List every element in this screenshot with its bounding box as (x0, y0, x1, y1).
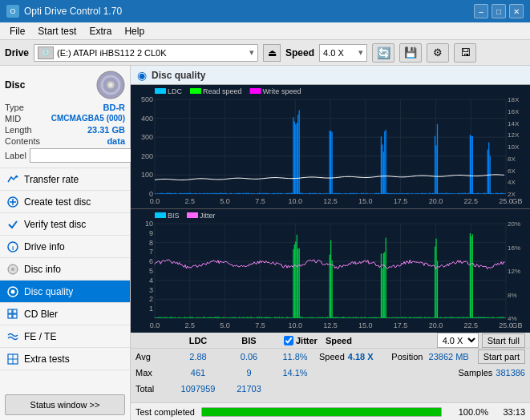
speed-dropdown[interactable]: 4.0 X2.0 X6.0 X (437, 333, 479, 348)
menu-bar: File Start test Extra Help (0, 22, 530, 40)
type-value: BD-R (103, 103, 126, 112)
sidebar-item-disc-quality[interactable]: Disc quality (0, 281, 130, 303)
jitter-header: Jitter (296, 336, 318, 345)
svg-point-2 (109, 83, 112, 87)
drive-bar: Drive 💿 (E:) ATAPI iHBS112 2 CL0K ▾ ⏏ Sp… (0, 40, 530, 66)
app-title: Opti Drive Control 1.70 (24, 6, 122, 17)
sidebar-item-transfer-rate[interactable]: Transfer rate (0, 168, 130, 191)
svg-rect-15 (13, 309, 17, 313)
contents-value: data (107, 136, 125, 146)
speed-value: 4.0 X (323, 48, 344, 58)
nav-list: Transfer rate Create test disc Verify te… (0, 168, 130, 390)
sidebar-item-disc-info[interactable]: Disc info (0, 258, 130, 281)
samples-label: Samples (458, 368, 492, 378)
sidebar-item-label: Create test disc (24, 196, 91, 208)
avg-speed: 4.18 X (348, 352, 374, 361)
disc-quality-header-icon: ◉ (137, 69, 147, 82)
type-label: Type (5, 103, 24, 112)
avg-row: Avg 2.88 0.06 11.8% Speed 4.18 X Positio… (131, 349, 530, 365)
main-area: Disc Type BD-R MID CMCMAGBA5 (000) Lengt… (0, 66, 530, 420)
close-button[interactable]: ✕ (509, 4, 524, 18)
status-text: Test completed (136, 407, 195, 417)
samples-area: Samples 381386 (458, 368, 525, 378)
minimize-button[interactable]: – (474, 4, 488, 18)
total-bis: 21703 (227, 384, 271, 394)
jitter-checkbox[interactable] (284, 336, 293, 345)
avg-jitter: 11.8% (271, 352, 319, 361)
jitter-check-group: Jitter (284, 336, 318, 345)
extra-tests-icon (6, 353, 19, 365)
start-full-button[interactable]: Start full (482, 333, 525, 348)
sidebar-item-extra-tests[interactable]: Extra tests (0, 348, 130, 370)
sidebar-item-label: Disc info (24, 264, 61, 275)
drive-label: Drive (5, 47, 29, 59)
sidebar: Disc Type BD-R MID CMCMAGBA5 (000) Lengt… (0, 66, 131, 420)
progress-fill (202, 408, 441, 416)
sidebar-item-create-test-disc[interactable]: Create test disc (0, 191, 130, 213)
disc-info-icon (6, 263, 19, 276)
sidebar-item-label: Disc quality (24, 286, 73, 297)
bottom-chart-canvas (131, 209, 530, 333)
top-chart-canvas (131, 85, 530, 208)
menu-starttest[interactable]: Start test (31, 24, 83, 38)
speed-label: Speed (285, 47, 314, 59)
svg-rect-17 (13, 314, 17, 318)
speed-dropdown-arrow: ▾ (358, 47, 363, 58)
max-jitter: 14.1% (271, 368, 319, 378)
sidebar-item-drive-info[interactable]: i Drive info (0, 236, 130, 258)
drive-info-icon: i (6, 240, 19, 253)
samples-value: 381386 (496, 368, 525, 378)
status-window-button[interactable]: Status window >> (5, 394, 125, 415)
speed-stats-header: Speed (326, 336, 352, 345)
speed-label-stat: Speed (319, 352, 345, 361)
sidebar-item-label: Verify test disc (24, 219, 86, 230)
sidebar-item-label: Extra tests (24, 353, 70, 365)
avg-bis: 0.06 (227, 352, 271, 361)
label-input[interactable] (30, 148, 138, 163)
svg-text:i: i (12, 244, 14, 252)
sidebar-item-verify-test-disc[interactable]: Verify test disc (0, 213, 130, 236)
refresh-button[interactable]: 🔄 (372, 43, 394, 63)
app-icon: O (6, 5, 19, 18)
burn-button[interactable]: 💾 (399, 43, 422, 63)
length-label: Length (5, 125, 32, 135)
sidebar-item-cd-bler[interactable]: CD Bler (0, 303, 130, 325)
status-bar: Test completed 100.0% 33:13 (131, 402, 530, 420)
sidebar-item-fe-te[interactable]: FE / TE (0, 325, 130, 348)
progress-percent: 100.0% (448, 407, 488, 417)
bis-header: BIS (227, 336, 271, 345)
drive-selector[interactable]: 💿 (E:) ATAPI iHBS112 2 CL0K ▾ (34, 44, 258, 62)
cd-bler-icon (6, 308, 19, 321)
stats-headers: LDC BIS Jitter Speed 4.0 X2.0 X6.0 X Sta… (131, 333, 530, 349)
maximize-button[interactable]: □ (492, 4, 506, 18)
total-row: Total 1097959 21703 (131, 381, 530, 397)
disc-quality-icon (6, 285, 19, 298)
svg-rect-16 (8, 314, 12, 318)
start-part-button[interactable]: Start part (478, 349, 525, 364)
chart-title: Disc quality (152, 70, 205, 81)
contents-label: Contents (5, 136, 40, 146)
transfer-rate-icon (6, 173, 19, 186)
disc-image (96, 71, 125, 99)
time-display: 33:13 (495, 407, 525, 417)
avg-ldc: 2.88 (169, 352, 227, 361)
eject-button[interactable]: ⏏ (263, 44, 281, 62)
top-chart (131, 85, 530, 209)
label-label: Label (5, 151, 26, 160)
menu-file[interactable]: File (3, 24, 31, 38)
stats-panel: LDC BIS Jitter Speed 4.0 X2.0 X6.0 X Sta… (131, 332, 530, 402)
menu-extra[interactable]: Extra (83, 24, 118, 38)
max-label: Max (136, 368, 169, 378)
sidebar-item-label: Drive info (24, 241, 65, 252)
speed-selector[interactable]: 4.0 X ▾ (319, 44, 367, 62)
svg-rect-14 (8, 309, 12, 313)
bottom-chart (131, 209, 530, 333)
settings-button[interactable]: ⚙ (427, 43, 449, 63)
position-area: Position 23862 MB Start part (391, 349, 525, 364)
save-button[interactable]: 🖫 (454, 43, 476, 63)
sidebar-item-label: CD Bler (24, 309, 58, 320)
fe-te-icon (6, 330, 19, 343)
menu-help[interactable]: Help (118, 24, 151, 38)
title-bar: O Opti Drive Control 1.70 – □ ✕ (0, 0, 530, 22)
create-test-disc-icon (6, 196, 19, 208)
